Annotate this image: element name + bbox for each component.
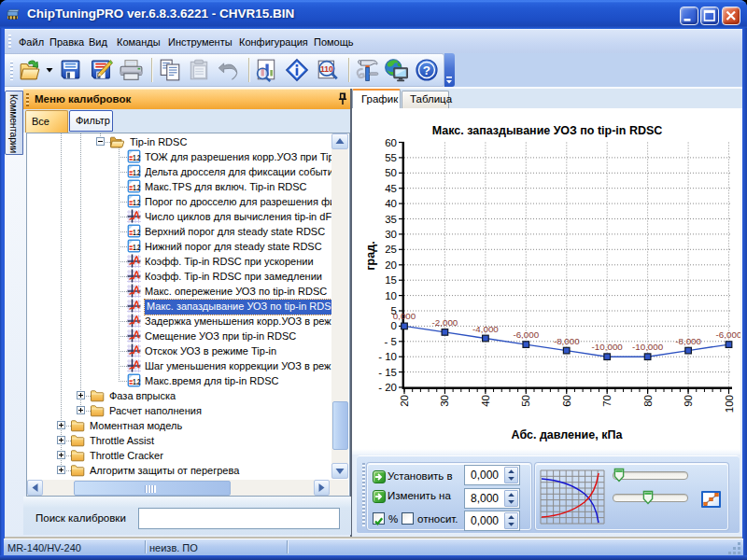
svg-text:55: 55: [385, 152, 397, 163]
svg-text:-4,000: -4,000: [472, 324, 499, 334]
svg-text:45: 45: [385, 183, 397, 194]
svg-text:-8,000: -8,000: [675, 336, 701, 346]
svg-text:70: 70: [601, 395, 613, 407]
svg-text:-10,000: -10,000: [632, 342, 664, 352]
svg-text:-10,000: -10,000: [592, 342, 624, 352]
svg-text:0: 0: [391, 320, 397, 331]
svg-text:0,000: 0,000: [393, 311, 416, 321]
svg-text:15: 15: [385, 274, 397, 286]
svg-text:-2,000: -2,000: [432, 317, 458, 328]
svg-text:-6,000: -6,000: [716, 329, 740, 340]
svg-text:20: 20: [385, 259, 397, 271]
svg-text:25: 25: [385, 244, 397, 255]
svg-text:30: 30: [385, 229, 397, 240]
svg-text:30: 30: [439, 395, 450, 407]
svg-text:10: 10: [385, 290, 397, 301]
svg-text:90: 90: [683, 395, 694, 407]
svg-text:- 20: - 20: [378, 382, 397, 393]
svg-text:50: 50: [385, 167, 397, 178]
svg-text:60: 60: [561, 395, 572, 407]
svg-text:110: 110: [320, 64, 333, 74]
svg-text:40: 40: [385, 198, 397, 209]
svg-text:40: 40: [480, 395, 491, 407]
svg-text:20: 20: [399, 395, 410, 407]
svg-text:50: 50: [520, 395, 531, 407]
svg-text:- 10: - 10: [378, 351, 397, 362]
svg-text:Макс. запаздывание УОЗ по tip-: Макс. запаздывание УОЗ по tip-in RDSC: [432, 124, 663, 137]
svg-text:- 15: - 15: [378, 367, 397, 378]
svg-text:60: 60: [385, 137, 397, 148]
svg-text:80: 80: [642, 395, 654, 407]
svg-text:-8,000: -8,000: [554, 336, 580, 346]
svg-text:-6,000: -6,000: [513, 329, 539, 340]
svg-text:100: 100: [724, 395, 735, 413]
svg-text:град.: град.: [364, 241, 377, 270]
svg-text:35: 35: [385, 214, 397, 225]
svg-text:?: ?: [423, 63, 430, 77]
svg-text:Абс. давление, кПа: Абс. давление, кПа: [512, 428, 624, 441]
svg-text:- 5: - 5: [385, 336, 397, 347]
